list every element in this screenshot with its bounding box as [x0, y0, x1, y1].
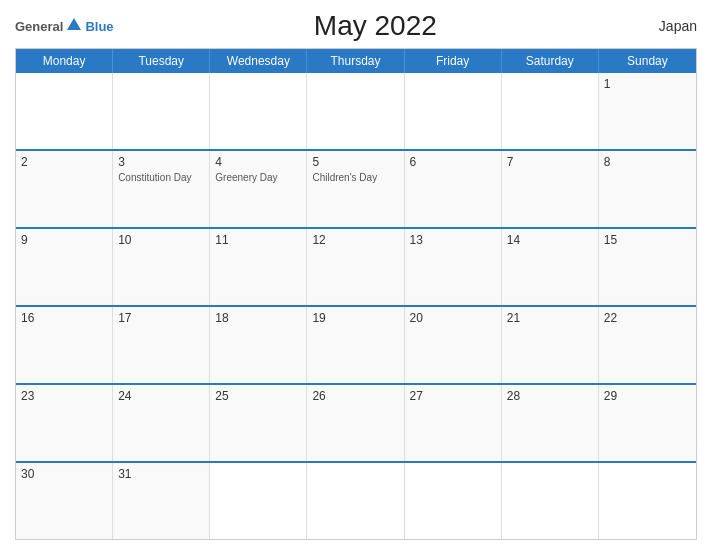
day-cell: [599, 463, 696, 539]
header-wednesday: Wednesday: [210, 49, 307, 73]
week-row-5: 23 24 25 26 27 28 29: [16, 383, 696, 461]
day-cell-may-7: 7: [502, 151, 599, 227]
day-cell: [113, 73, 210, 149]
day-cell-may-16: 16: [16, 307, 113, 383]
week-row-3: 9 10 11 12 13 14 15: [16, 227, 696, 305]
week-row-6: 30 31: [16, 461, 696, 539]
day-cell-may-21: 21: [502, 307, 599, 383]
day-cell-may-30: 30: [16, 463, 113, 539]
day-cell: [210, 463, 307, 539]
day-cell-may-1: 1: [599, 73, 696, 149]
calendar-title: May 2022: [114, 10, 637, 42]
header-tuesday: Tuesday: [113, 49, 210, 73]
day-cell: [307, 463, 404, 539]
day-cell-may-13: 13: [405, 229, 502, 305]
day-cell-may-25: 25: [210, 385, 307, 461]
day-cell: [405, 463, 502, 539]
day-cell-may-15: 15: [599, 229, 696, 305]
day-cell-may-12: 12: [307, 229, 404, 305]
calendar-page: General Blue May 2022 Japan Monday Tuesd…: [0, 0, 712, 550]
day-cell-may-20: 20: [405, 307, 502, 383]
header-thursday: Thursday: [307, 49, 404, 73]
logo: General Blue: [15, 19, 114, 34]
day-cell-may-9: 9: [16, 229, 113, 305]
weeks-container: 1 2 3 Constitution Day 4 Greenery Day 5: [16, 73, 696, 539]
day-cell-may-26: 26: [307, 385, 404, 461]
header: General Blue May 2022 Japan: [15, 10, 697, 42]
day-cell-may-31: 31: [113, 463, 210, 539]
day-cell-may-23: 23: [16, 385, 113, 461]
header-saturday: Saturday: [502, 49, 599, 73]
day-cell-may-4: 4 Greenery Day: [210, 151, 307, 227]
week-row-1: 1: [16, 73, 696, 149]
day-cell-may-3: 3 Constitution Day: [113, 151, 210, 227]
day-cell-may-2: 2: [16, 151, 113, 227]
logo-general: General: [15, 19, 63, 34]
day-cell-may-28: 28: [502, 385, 599, 461]
day-cell: [307, 73, 404, 149]
day-cell-may-14: 14: [502, 229, 599, 305]
day-cell-may-10: 10: [113, 229, 210, 305]
day-cell-may-29: 29: [599, 385, 696, 461]
calendar-grid: Monday Tuesday Wednesday Thursday Friday…: [15, 48, 697, 540]
header-friday: Friday: [405, 49, 502, 73]
logo-blue: Blue: [85, 19, 113, 34]
week-row-2: 2 3 Constitution Day 4 Greenery Day 5 Ch…: [16, 149, 696, 227]
day-cell: [502, 73, 599, 149]
day-cell-may-6: 6: [405, 151, 502, 227]
day-cell: [405, 73, 502, 149]
day-cell-may-5: 5 Children's Day: [307, 151, 404, 227]
day-cell-may-11: 11: [210, 229, 307, 305]
day-cell-may-22: 22: [599, 307, 696, 383]
day-cell-may-18: 18: [210, 307, 307, 383]
header-sunday: Sunday: [599, 49, 696, 73]
day-headers-row: Monday Tuesday Wednesday Thursday Friday…: [16, 49, 696, 73]
day-cell: [210, 73, 307, 149]
week-row-4: 16 17 18 19 20 21 22: [16, 305, 696, 383]
day-cell-may-27: 27: [405, 385, 502, 461]
day-cell-may-8: 8: [599, 151, 696, 227]
logo-triangle-icon: [67, 18, 81, 30]
day-cell: [502, 463, 599, 539]
day-cell-may-19: 19: [307, 307, 404, 383]
day-cell: [16, 73, 113, 149]
country-label: Japan: [637, 18, 697, 34]
header-monday: Monday: [16, 49, 113, 73]
day-cell-may-24: 24: [113, 385, 210, 461]
day-cell-may-17: 17: [113, 307, 210, 383]
